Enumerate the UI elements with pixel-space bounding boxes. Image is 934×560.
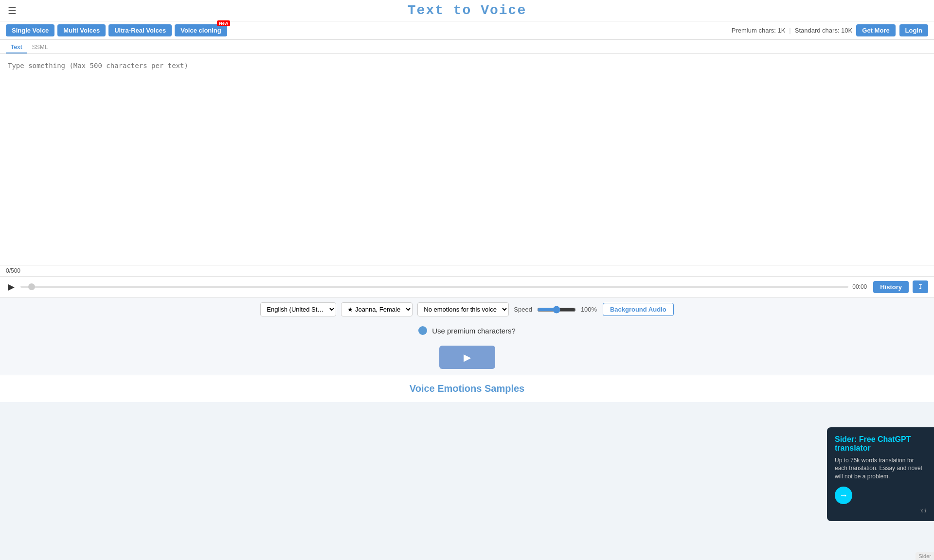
premium-toggle-dot[interactable] — [418, 326, 427, 335]
history-button[interactable]: History — [873, 281, 909, 293]
voice-emotions-title: Voice Emotions Samples — [410, 383, 524, 394]
textarea-wrapper — [0, 54, 934, 265]
menu-icon[interactable]: ☰ — [8, 5, 17, 17]
background-audio-button[interactable]: Background Audio — [603, 303, 674, 316]
speed-slider[interactable] — [537, 306, 576, 314]
standard-chars-label: Standard chars: 10K — [795, 27, 853, 34]
playback-bar: ▶ 00:00 History ↧ — [0, 277, 934, 298]
speed-label: Speed — [514, 306, 532, 313]
time-display: 00:00 — [852, 283, 869, 290]
speed-value: 100% — [581, 306, 598, 313]
play-button[interactable]: ▶ — [6, 281, 17, 292]
download-button[interactable]: ↧ — [913, 280, 928, 293]
get-more-button[interactable]: Get More — [856, 24, 895, 36]
generate-row: ▶ — [0, 340, 934, 375]
voice-cloning-badge: New — [217, 20, 230, 26]
generate-button[interactable]: ▶ — [439, 346, 495, 369]
emotions-select[interactable]: No emotions for this voice — [417, 302, 509, 316]
counter-bar: 0/500 — [0, 265, 934, 277]
login-button[interactable]: Login — [899, 24, 928, 36]
sub-tabs: Text SSML — [0, 40, 934, 54]
progress-thumb[interactable] — [28, 283, 35, 290]
tab-ssml[interactable]: SSML — [27, 42, 53, 53]
premium-toggle-label: Use premium characters? — [432, 327, 516, 335]
separator: | — [789, 27, 790, 34]
premium-toggle-row: Use premium characters? — [0, 321, 934, 340]
text-input[interactable] — [0, 54, 934, 263]
tab-single-voice[interactable]: Single Voice — [6, 24, 54, 36]
char-counter: 0/500 — [6, 267, 20, 274]
language-select[interactable]: English (United St… — [260, 302, 336, 316]
progress-track[interactable] — [20, 286, 848, 288]
tab-ultra-real[interactable]: Ultra-Real Voices — [108, 24, 172, 36]
controls-row: English (United St… ★ Joanna, Female No … — [0, 298, 934, 321]
tabs-bar: Single Voice Multi Voices Ultra-Real Voi… — [0, 21, 934, 40]
tab-text[interactable]: Text — [6, 42, 27, 53]
top-nav: ☰ Text to Voice — [0, 0, 934, 21]
premium-info: Premium chars: 1K | Standard chars: 10K … — [732, 24, 928, 36]
premium-chars-label: Premium chars: 1K — [732, 27, 786, 34]
voice-emotions-section: Voice Emotions Samples — [0, 375, 934, 402]
page-title: Text to Voice — [408, 3, 526, 18]
tab-multi-voices[interactable]: Multi Voices — [57, 24, 106, 36]
voice-select[interactable]: ★ Joanna, Female — [341, 302, 413, 316]
tab-voice-cloning[interactable]: Voice cloning New — [175, 24, 227, 36]
